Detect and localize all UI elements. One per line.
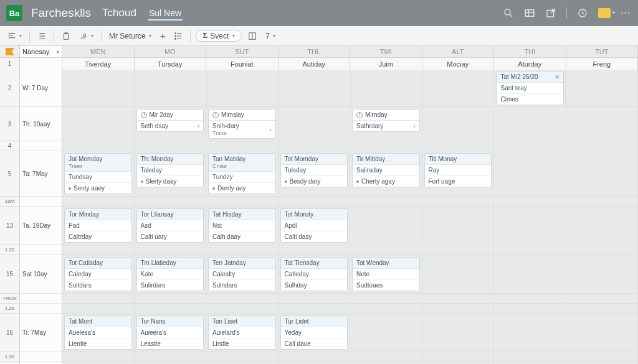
header-separator [566,7,567,19]
left-label: Ta: 7May [20,151,62,197]
app-title: Farchesklls [31,6,91,20]
day-short-7[interactable]: TUT [566,46,639,58]
chevron-right-icon: › [198,123,199,129]
card[interactable]: Tat WendayNeteSudtoaes [352,257,420,291]
day-short-1[interactable]: MO [135,46,207,58]
history-icon[interactable] [577,7,588,19]
row-header[interactable]: 1.90 [0,352,20,362]
card[interactable]: Jat MemdayТлим Tundsay Senty aaey [64,153,132,194]
close-icon[interactable]: ✕ [555,73,559,80]
svg-rect-14 [64,33,69,39]
export-icon[interactable] [545,7,556,19]
card[interactable]: Th: MondayTaleday Slerty daay [136,153,204,187]
day-long-6[interactable]: Aturday [494,58,566,70]
more-icon[interactable]: ··· [621,7,632,19]
name-dropdown[interactable]: Nanesay▾ [20,46,62,58]
sheet-pill[interactable]: Σ Svect ▾ [196,30,242,42]
day-long-2[interactable]: Founiat [206,58,279,70]
card[interactable]: Tm LlatiedayKateSulirdars [136,257,204,291]
card[interactable]: Tat MontAuelesa'sLientie [64,315,132,350]
card[interactable]: Tot MomdayTulsday Besdy dary [280,153,348,187]
sigma-icon: Σ [202,31,207,40]
drive-icon[interactable] [598,8,611,18]
card-right[interactable]: Tat Mi2 26/20✕ Sant teay Cimes [497,71,564,105]
row-header[interactable]: 4 [0,141,20,151]
card[interactable]: Tor LliansayAsdCalti uary [136,208,204,243]
day-long-3[interactable]: Autiday [279,58,351,70]
day-short-4[interactable]: TMI [350,46,422,58]
day-long-0[interactable]: Tiverday [62,58,135,70]
toolbar: ▾ ▾ Mr Seturce▾ + Σ Svect ▾ 7▾ [0,26,638,46]
row-header[interactable]: 2 [0,70,20,107]
clock-icon [356,112,363,118]
calendar-grid: 2 W: 7 Day Tat Mi2 26/20✕ Sant teay Cime… [0,70,638,364]
card[interactable]: Mirnday Sathrdary› [352,109,420,132]
card[interactable]: Tat HisdayNstCalh daay [208,208,276,243]
card[interactable]: Tot MorutyApdlCalti dasy [280,208,348,243]
app-logo: Ba [6,5,22,21]
card[interactable]: Tor NansAuieera'sLeastle [136,315,204,350]
card[interactable]: Tur LidetYedayCall daue [280,315,348,350]
card[interactable]: Ten JatndayCalealtySulndars [208,257,276,291]
day-short-6[interactable]: THI [494,46,566,58]
page-number[interactable]: 7▾ [263,30,278,42]
row-header[interactable]: 5 [0,151,20,197]
svg-point-23 [175,38,176,39]
row-header-1[interactable]: 1 [0,58,20,70]
row-header[interactable]: 1.29 [0,304,20,314]
left-label: Ti: 7May [20,314,62,352]
corner-flag[interactable] [0,46,20,58]
clock-icon [212,112,219,118]
card[interactable]: Tir MittdaySaliraday Cherty agay [352,153,420,187]
day-short-5[interactable]: ALT [422,46,495,58]
day-short-3[interactable]: THL [279,46,351,58]
card[interactable]: Tat TiensdayCatledaySulhday [280,257,348,291]
align-left-button[interactable]: ▾ [5,30,24,42]
card[interactable]: Titi MonayRayFort uage [424,153,492,187]
column-headers: Nanesay▾ MEN MO SUT THL TMI ALT THI TUT … [0,46,638,70]
day-short-0[interactable]: MEN [62,46,135,58]
add-button[interactable]: + [158,29,168,42]
day-short-2[interactable]: SUT [206,46,279,58]
row-header[interactable]: 1.20 [0,245,20,255]
row-header[interactable]: 13 [0,207,20,245]
row-header[interactable]: 15 [0,255,20,294]
left-label: Ta. 19Day [20,207,62,245]
svg-line-1 [510,14,512,17]
tools-button[interactable]: ▾ [77,30,96,42]
svg-line-16 [81,36,83,39]
day-long-1[interactable]: Tursday [135,58,207,70]
columns-button[interactable] [245,30,259,42]
list-button[interactable] [35,30,49,42]
tab-tchoud[interactable]: Tchoud [101,4,138,22]
card[interactable]: Tot CatisdayCaledaySultdars [64,257,132,291]
day-long-5[interactable]: Mociay [422,58,495,70]
svg-point-0 [505,9,510,15]
svg-point-21 [175,35,176,37]
row-header[interactable]: 10M [0,197,20,207]
card[interactable]: Mir 2day Seth dsay› [136,109,204,132]
day-long-4[interactable]: Juim [350,58,422,70]
left-label: Sat 10ay [20,255,62,294]
bullet-list-button[interactable] [171,30,185,42]
card[interactable]: Tan MatslayCnise Tundzy Derrly aey [208,153,276,194]
search-icon[interactable] [503,7,514,19]
clock-icon [141,112,147,118]
seturce-dropdown[interactable]: Mr Seturce▾ [107,30,154,42]
grid-icon[interactable] [524,7,535,19]
clipboard-button[interactable] [59,30,73,42]
app-header: Ba Farchesklls Tchoud Sul New ··· [0,0,638,26]
row-header[interactable]: 16 [0,314,20,352]
svg-point-18 [83,34,86,36]
row-header[interactable]: 3 [0,107,20,141]
flag-icon [5,48,15,55]
tab-sul-new[interactable]: Sul New [148,6,183,21]
card[interactable]: Mimslay Snih-daryTrsne› [208,109,276,139]
card[interactable]: Ton LisetAuielard'sLirstle [208,315,276,350]
row-header[interactable]: TRON [0,294,20,304]
card[interactable]: Tor MindayPadCaltrday [64,208,132,243]
left-label-blank [20,58,62,70]
day-long-7[interactable]: Freng [566,58,639,70]
left-label: W: 7 Day [20,70,62,107]
svg-line-17 [83,36,86,39]
